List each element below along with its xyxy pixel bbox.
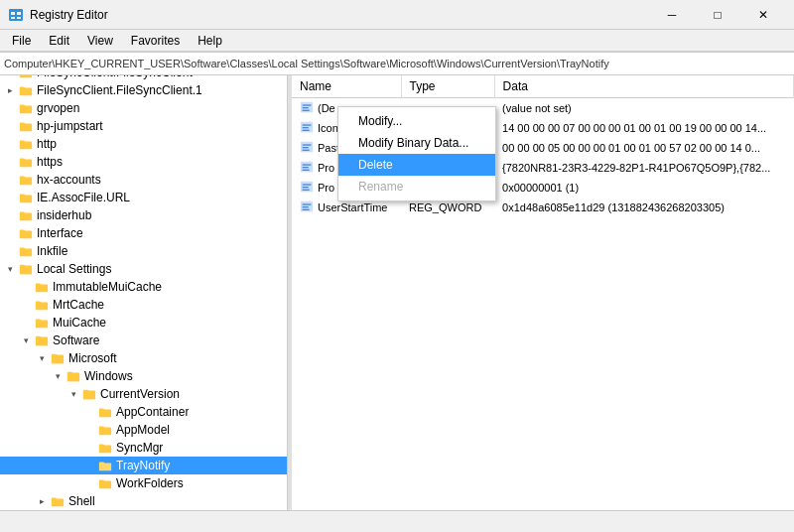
folder-icon bbox=[66, 368, 81, 384]
folder-icon bbox=[18, 207, 34, 223]
maximize-button[interactable]: □ bbox=[695, 0, 740, 30]
context-menu-item-rename: Rename bbox=[338, 176, 495, 198]
menu-bar: FileEditViewFavoritesHelp bbox=[0, 30, 794, 52]
reg-value-icon bbox=[300, 120, 314, 136]
address-bar: Computer\HKEY_CURRENT_USER\Software\Clas… bbox=[0, 52, 794, 75]
tree-item[interactable]: grvopen bbox=[0, 99, 287, 117]
folder-icon bbox=[34, 332, 50, 348]
svg-rect-14 bbox=[303, 144, 312, 145]
tree-label: Interface bbox=[37, 226, 83, 240]
cell-data: 00 00 00 05 00 00 00 01 00 01 00 57 02 0… bbox=[494, 138, 793, 158]
reg-value-icon bbox=[300, 200, 314, 215]
context-menu: Modify...Modify Binary Data...DeleteRena… bbox=[337, 106, 496, 201]
folder-icon bbox=[18, 82, 34, 98]
expand-arrow[interactable]: ▸ bbox=[2, 75, 18, 77]
tree-item[interactable]: insiderhub bbox=[0, 206, 287, 224]
folder-icon bbox=[18, 172, 34, 188]
expand-arrow[interactable]: ▾ bbox=[34, 353, 50, 363]
tree-item[interactable]: WorkFolders bbox=[0, 474, 287, 492]
svg-rect-16 bbox=[303, 149, 310, 150]
folder-icon bbox=[50, 350, 66, 366]
tree-label: hx-accounts bbox=[37, 173, 101, 187]
context-menu-item-delete[interactable]: Delete bbox=[338, 154, 495, 176]
tree-item[interactable]: hp-jumpstart bbox=[0, 117, 287, 135]
menu-item-help[interactable]: Help bbox=[190, 32, 230, 50]
tree-label: hp-jumpstart bbox=[37, 119, 103, 133]
folder-icon bbox=[18, 75, 34, 80]
folder-icon bbox=[97, 475, 113, 491]
expand-arrow[interactable]: ▾ bbox=[66, 389, 81, 399]
menu-item-edit[interactable]: Edit bbox=[41, 32, 77, 50]
menu-item-favorites[interactable]: Favorites bbox=[123, 32, 188, 50]
tree-item[interactable]: AppModel bbox=[0, 421, 287, 439]
col-name[interactable]: Name bbox=[292, 75, 401, 97]
tree-pane: ▸ FileSyncClient.AutoPlayHandler▸ FileSy… bbox=[0, 75, 288, 510]
tree-item[interactable]: ▾ Software bbox=[0, 332, 287, 349]
svg-rect-12 bbox=[303, 129, 310, 130]
cell-data: 0x00000001 (1) bbox=[494, 178, 793, 198]
tree-item[interactable]: https bbox=[0, 153, 287, 171]
tree-item[interactable]: MrtCache bbox=[0, 296, 287, 314]
tree-label: Inkfile bbox=[37, 244, 67, 258]
reg-value-icon bbox=[300, 140, 314, 156]
col-type[interactable]: Type bbox=[401, 75, 494, 97]
folder-icon bbox=[34, 315, 50, 331]
svg-rect-1 bbox=[11, 12, 15, 15]
tree-label: CurrentVersion bbox=[100, 387, 180, 401]
menu-item-view[interactable]: View bbox=[79, 32, 121, 50]
app-icon bbox=[8, 7, 24, 23]
tree-item[interactable]: ▾ Local Settings bbox=[0, 260, 287, 278]
menu-item-file[interactable]: File bbox=[4, 32, 39, 50]
close-button[interactable]: ✕ bbox=[740, 0, 786, 30]
tree-item[interactable]: MuiCache bbox=[0, 314, 287, 332]
tree-label: AppModel bbox=[116, 423, 170, 437]
tree-item[interactable]: TrayNotify bbox=[0, 457, 287, 474]
folder-icon bbox=[18, 190, 34, 205]
svg-rect-28 bbox=[303, 208, 310, 209]
folder-icon bbox=[97, 404, 113, 420]
tree-label: FileSyncClient.FileSyncClient.1 bbox=[37, 83, 202, 97]
expand-arrow[interactable]: ▾ bbox=[18, 335, 34, 345]
tree-item[interactable]: IE.AssocFile.URL bbox=[0, 189, 287, 206]
tree-label: Windows bbox=[84, 369, 133, 383]
tree-item[interactable]: ▾ Windows bbox=[0, 367, 287, 385]
col-data[interactable]: Data bbox=[494, 75, 793, 97]
expand-arrow[interactable]: ▸ bbox=[34, 496, 50, 506]
tree-label: http bbox=[37, 137, 57, 151]
tree-item[interactable]: SyncMgr bbox=[0, 439, 287, 457]
tree-item[interactable]: ▾ Microsoft bbox=[0, 349, 287, 367]
minimize-button[interactable]: ─ bbox=[649, 0, 695, 30]
svg-rect-2 bbox=[17, 12, 21, 15]
folder-icon bbox=[18, 100, 34, 116]
svg-rect-15 bbox=[303, 147, 309, 148]
tree-item[interactable]: Inkfile bbox=[0, 242, 287, 260]
tree-scroll[interactable]: ▸ FileSyncClient.AutoPlayHandler▸ FileSy… bbox=[0, 75, 287, 510]
svg-rect-26 bbox=[303, 203, 312, 204]
context-menu-item-modify---[interactable]: Modify... bbox=[338, 110, 495, 132]
reg-value-icon bbox=[300, 100, 314, 116]
tree-item[interactable]: ▸ Shell bbox=[0, 492, 287, 510]
folder-icon bbox=[97, 440, 113, 456]
expand-arrow[interactable]: ▾ bbox=[2, 264, 18, 274]
tree-label: MrtCache bbox=[53, 298, 104, 312]
cell-data: (value not set) bbox=[494, 97, 793, 118]
context-menu-item-modify-binary-data---[interactable]: Modify Binary Data... bbox=[338, 132, 495, 154]
tree-item[interactable]: ▸ FileSyncClient.FileSyncClient.1 bbox=[0, 81, 287, 99]
tree-item[interactable]: AppContainer bbox=[0, 403, 287, 421]
expand-arrow[interactable]: ▸ bbox=[2, 85, 18, 95]
tree-label: grvopen bbox=[37, 101, 79, 115]
tree-item[interactable]: http bbox=[0, 135, 287, 153]
title-text: Registry Editor bbox=[30, 8, 643, 22]
title-bar: Registry Editor ─ □ ✕ bbox=[0, 0, 794, 30]
tree-label: insiderhub bbox=[37, 208, 91, 222]
tree-label: AppContainer bbox=[116, 405, 189, 419]
tree-label: Microsoft bbox=[68, 351, 117, 365]
tree-label: FileSyncClient.FileSyncClient bbox=[37, 75, 193, 79]
expand-arrow[interactable]: ▾ bbox=[50, 371, 66, 381]
tree-item[interactable]: ▾ CurrentVersion bbox=[0, 385, 287, 403]
status-bar bbox=[0, 510, 794, 532]
tree-item[interactable]: hx-accounts bbox=[0, 171, 287, 189]
svg-rect-10 bbox=[303, 124, 312, 125]
tree-item[interactable]: ImmutableMuiCache bbox=[0, 278, 287, 296]
tree-item[interactable]: Interface bbox=[0, 224, 287, 242]
